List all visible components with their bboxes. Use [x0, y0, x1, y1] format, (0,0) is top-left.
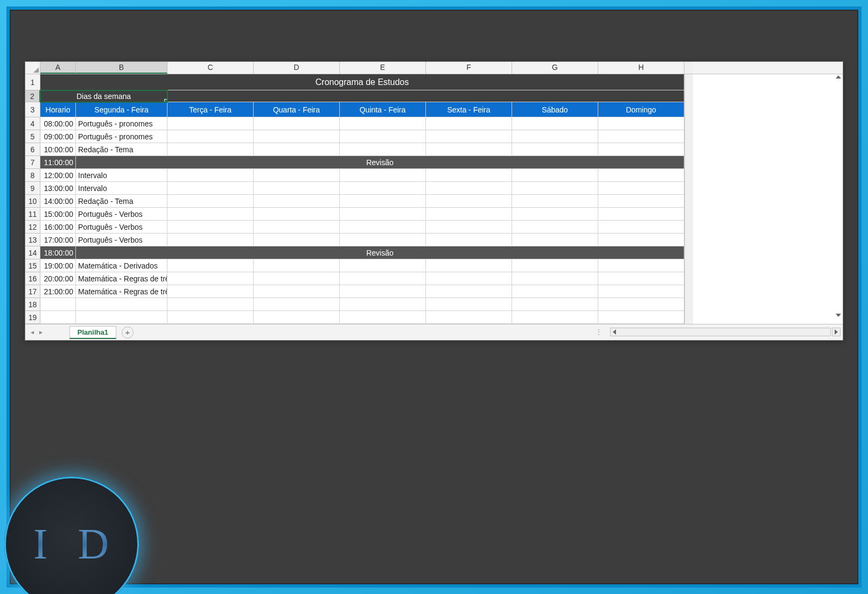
cell-empty[interactable] — [512, 130, 598, 143]
row-head-13[interactable]: 13 — [25, 234, 40, 246]
cell-empty[interactable] — [512, 234, 598, 246]
cell-empty[interactable] — [340, 298, 426, 311]
cell-empty[interactable] — [512, 311, 598, 324]
cell-empty[interactable] — [340, 285, 426, 298]
header-terca[interactable]: Terça - Feira — [167, 102, 254, 117]
row-head-6[interactable]: 6 — [25, 143, 40, 156]
cell-activity[interactable] — [76, 298, 167, 311]
scroll-down-button[interactable] — [835, 312, 842, 319]
cell-time[interactable]: 21:00:00 — [40, 285, 76, 298]
cell-time[interactable]: 18:00:00 — [40, 246, 76, 259]
cell-empty[interactable] — [167, 285, 254, 298]
hscroll-right-end-button[interactable] — [832, 328, 841, 336]
cell-empty[interactable] — [598, 259, 684, 272]
vscroll-track[interactable] — [684, 130, 693, 143]
cell-empty[interactable] — [167, 298, 254, 311]
cell-time[interactable]: 08:00:00 — [40, 117, 76, 130]
sheet-tab-active[interactable]: Planilha1 — [69, 326, 116, 339]
cell-revisao[interactable]: Revisão — [76, 156, 684, 169]
cell-activity[interactable]: Matemática - Derivados — [76, 259, 167, 272]
cell-activity[interactable]: Português - pronomes — [76, 117, 167, 130]
vscroll-track[interactable] — [684, 246, 693, 259]
cell-empty[interactable] — [340, 195, 426, 208]
cell-empty[interactable] — [426, 221, 512, 234]
vscroll-track[interactable] — [684, 74, 693, 90]
cell-empty[interactable] — [512, 182, 598, 195]
row-head-8[interactable]: 8 — [25, 169, 40, 182]
cell-empty[interactable] — [512, 208, 598, 221]
cell-activity[interactable]: Matemática - Regras de três — [76, 272, 167, 285]
cell-empty[interactable] — [512, 169, 598, 182]
row-head-9[interactable]: 9 — [25, 182, 40, 195]
cell-empty[interactable] — [426, 272, 512, 285]
subheader-rest[interactable] — [167, 90, 684, 102]
cell-empty[interactable] — [512, 221, 598, 234]
cell-activity[interactable]: Intervalo — [76, 169, 167, 182]
sheet-title[interactable]: Cronograma de Estudos — [40, 74, 684, 90]
cell-empty[interactable] — [426, 130, 512, 143]
row-head-4[interactable]: 4 — [25, 117, 40, 130]
cell-time[interactable]: 09:00:00 — [40, 130, 76, 143]
vscroll-track[interactable] — [684, 102, 693, 117]
cell-empty[interactable] — [254, 117, 340, 130]
cell-empty[interactable] — [167, 182, 254, 195]
header-quinta[interactable]: Quinta - Feira — [340, 102, 426, 117]
cell-empty[interactable] — [167, 259, 254, 272]
cell-empty[interactable] — [254, 285, 340, 298]
cell-empty[interactable] — [254, 272, 340, 285]
cell-empty[interactable] — [167, 169, 254, 182]
cell-empty[interactable] — [340, 182, 426, 195]
row-head-19[interactable]: 19 — [25, 311, 40, 324]
cell-empty[interactable] — [340, 143, 426, 156]
cell-empty[interactable] — [340, 208, 426, 221]
cell-empty[interactable] — [340, 169, 426, 182]
cell-empty[interactable] — [254, 143, 340, 156]
vscroll-track[interactable] — [684, 285, 693, 298]
select-all-corner[interactable] — [25, 62, 40, 74]
header-sexta[interactable]: Sexta - Feira — [426, 102, 512, 117]
cell-empty[interactable] — [254, 259, 340, 272]
cell-time[interactable]: 15:00:00 — [40, 208, 76, 221]
row-head-16[interactable]: 16 — [25, 272, 40, 285]
cell-empty[interactable] — [254, 195, 340, 208]
cell-empty[interactable] — [340, 234, 426, 246]
cell-time[interactable]: 13:00:00 — [40, 182, 76, 195]
cell-empty[interactable] — [512, 259, 598, 272]
cell-activity[interactable]: Redação - Tema — [76, 195, 167, 208]
cell-activity[interactable]: Português - pronomes — [76, 130, 167, 143]
header-domingo[interactable]: Domingo — [598, 102, 684, 117]
cell-activity[interactable]: Intervalo — [76, 182, 167, 195]
col-head-C[interactable]: C — [167, 62, 254, 74]
cell-empty[interactable] — [426, 195, 512, 208]
cell-empty[interactable] — [512, 117, 598, 130]
cell-empty[interactable] — [426, 117, 512, 130]
vscroll-track[interactable] — [684, 259, 693, 272]
header-quarta[interactable]: Quarta - Feira — [254, 102, 340, 117]
cell-empty[interactable] — [167, 311, 254, 324]
vscroll-track[interactable] — [684, 195, 693, 208]
cell-empty[interactable] — [340, 130, 426, 143]
row-head-2[interactable]: 2 — [25, 90, 40, 102]
cell-empty[interactable] — [598, 195, 684, 208]
vscroll-track[interactable] — [684, 311, 693, 324]
subheader-dias-da-semana[interactable]: Dias da semana — [40, 90, 167, 102]
row-head-7[interactable]: 7 — [25, 156, 40, 169]
cell-activity[interactable]: Português - Verbos — [76, 234, 167, 246]
col-head-H[interactable]: H — [598, 62, 684, 74]
cell-time[interactable]: 11:00:00 — [40, 156, 76, 169]
cell-time[interactable]: 14:00:00 — [40, 195, 76, 208]
cell-empty[interactable] — [598, 208, 684, 221]
pane-splitter[interactable]: ⋮ — [592, 328, 606, 336]
cell-empty[interactable] — [598, 169, 684, 182]
cell-empty[interactable] — [512, 285, 598, 298]
row-head-10[interactable]: 10 — [25, 195, 40, 208]
vscroll-track[interactable] — [684, 143, 693, 156]
cell-activity[interactable] — [76, 311, 167, 324]
hscroll-left-button[interactable] — [611, 329, 618, 335]
header-segunda[interactable]: Segunda - Feira — [76, 102, 167, 117]
cell-empty[interactable] — [426, 143, 512, 156]
row-head-15[interactable]: 15 — [25, 259, 40, 272]
cell-empty[interactable] — [167, 130, 254, 143]
row-head-1[interactable]: 1 — [25, 74, 40, 90]
tab-nav-arrows[interactable]: ◄► — [25, 329, 48, 335]
